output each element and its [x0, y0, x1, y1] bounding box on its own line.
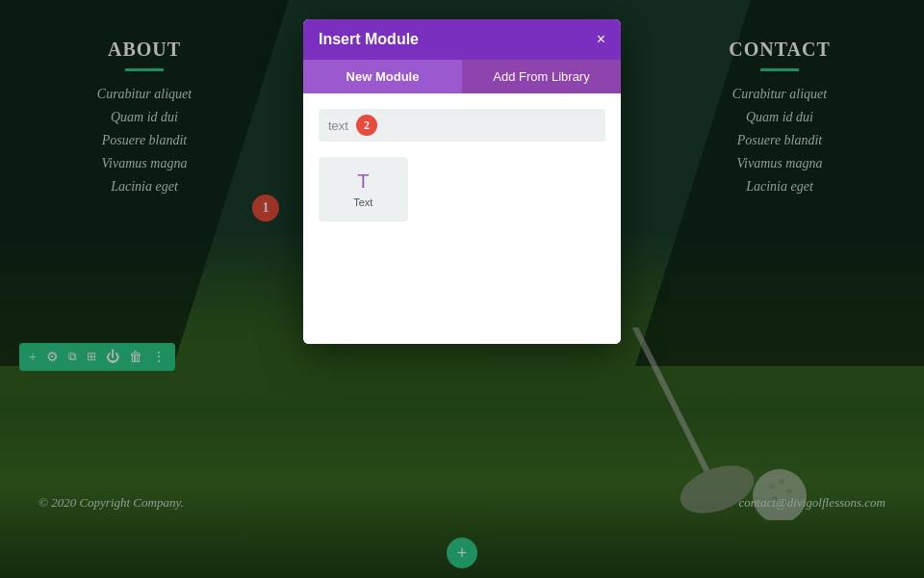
text-module-icon: T	[328, 171, 398, 193]
modal-body: text 2 T Text	[303, 93, 621, 344]
modal-close-button[interactable]: ×	[597, 32, 605, 47]
search-row: text 2	[319, 109, 605, 142]
search-label: text	[328, 118, 348, 133]
search-count-badge: 2	[356, 115, 377, 136]
tab-add-from-library[interactable]: Add From Library	[462, 60, 621, 93]
insert-module-modal: Insert Module × New Module Add From Libr…	[303, 19, 621, 344]
modal-header: Insert Module ×	[303, 19, 621, 60]
tab-new-module[interactable]: New Module	[303, 60, 462, 93]
module-item-text[interactable]: T Text	[319, 157, 408, 222]
modal-tabs: New Module Add From Library	[303, 60, 621, 93]
page-wrapper: ABOUT Curabitur aliquet Quam id dui Posu…	[0, 0, 924, 578]
text-module-label: Text	[328, 197, 398, 208]
modal-title: Insert Module	[319, 31, 419, 48]
module-grid: T Text	[319, 157, 605, 222]
